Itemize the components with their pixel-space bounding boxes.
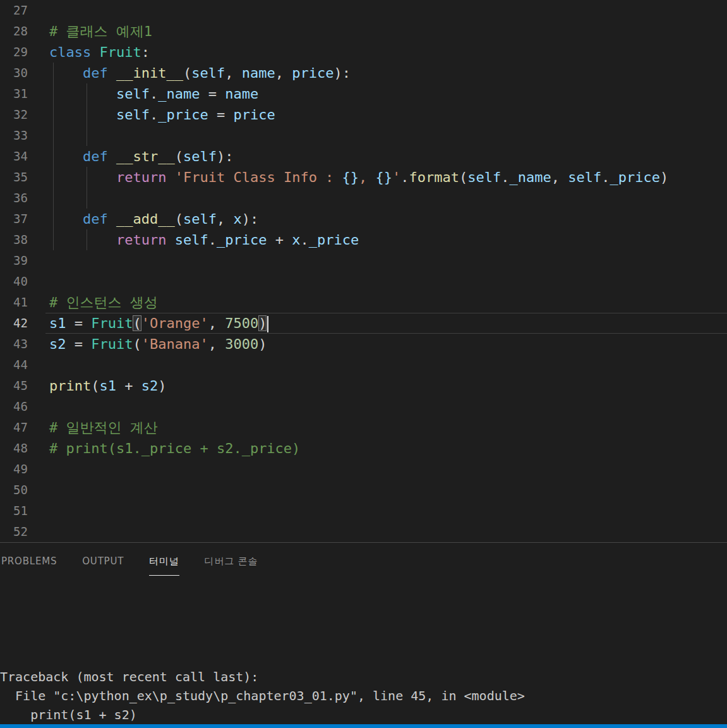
line-number[interactable]: 33 [0,125,28,146]
panel-tab-output[interactable]: OUTPUT [82,555,124,576]
line-number[interactable]: 43 [0,334,28,355]
code-line[interactable]: 45print(s1 + s2) [0,375,727,396]
line-number[interactable]: 47 [0,417,28,438]
code-line[interactable]: 27 [0,0,727,21]
token: ( [133,336,141,352]
token: = [200,86,225,102]
line-number[interactable]: 35 [0,167,28,188]
terminal-output: Traceback (most recent call last): File … [0,667,727,728]
code-line[interactable]: 29class Fruit: [0,42,727,63]
code-line[interactable]: 33 [0,125,727,146]
terminal-line: Traceback (most recent call last): [0,667,727,686]
token [49,86,116,102]
code-line[interactable]: 31 self._name = name [0,83,727,104]
token: + [116,378,141,394]
token: {} [342,169,359,185]
token: ( [459,169,467,185]
panel-tab-debug-console[interactable]: 디버그 콘솔 [205,555,258,576]
line-number[interactable]: 27 [0,0,28,21]
token: # 일반적인 계산 [49,420,158,435]
line-number[interactable]: 50 [0,480,28,500]
token: ) [258,336,267,352]
code-text: def __add__(self, x): [49,209,258,229]
code-line[interactable]: 30 def __init__(self, name, price): [0,63,727,83]
token: , [275,65,292,81]
line-number[interactable]: 51 [0,500,28,521]
code-line[interactable]: 44 [0,355,727,375]
code-line[interactable]: 47# 일반적인 계산 [0,417,727,438]
line-number[interactable]: 36 [0,188,28,209]
token: Fruit [99,44,141,60]
token: __init__ [116,65,183,81]
line-number[interactable]: 40 [0,271,28,292]
code-line[interactable]: 51 [0,500,727,521]
code-text: s1 = Fruit('Orange', 7500) [49,313,268,334]
token [49,169,116,185]
code-line[interactable]: 32 self._price = price [0,104,727,125]
token: name [242,65,275,81]
code-line[interactable]: 48# print(s1._price + s2._price) [0,438,727,459]
token: = [208,107,234,123]
line-number[interactable]: 28 [0,21,28,42]
code-line[interactable]: 35 return 'Fruit Class Info : {}, {}'.fo… [0,167,727,188]
token: = [66,336,92,352]
token: , [208,315,225,331]
code-editor[interactable]: 2728# 클래스 예제129class Fruit:30 def __init… [0,0,727,542]
panel-tab-problems[interactable]: PROBLEMS [1,555,57,576]
token: Fruit [91,315,133,331]
code-line[interactable]: 52 [0,521,727,542]
panel-tabs: PROBLEMSOUTPUT터미널디버그 콘솔 [0,543,727,576]
code-text: self._name = name [49,83,258,104]
indent-guide [53,188,54,209]
line-number[interactable]: 29 [0,42,28,63]
code-line[interactable]: 50 [0,480,727,500]
code-line[interactable]: 36 [0,188,727,209]
code-text: s2 = Fruit('Banana', 3000) [49,334,267,355]
token: ) [158,378,166,394]
code-line[interactable]: 39 [0,250,727,271]
code-line[interactable]: 42s1 = Fruit('Orange', 7500) [0,313,727,334]
code-line[interactable]: 38 return self._price + x._price [0,229,727,250]
line-number[interactable]: 45 [0,375,28,396]
line-number[interactable]: 30 [0,63,28,83]
panel-tab-terminal[interactable]: 터미널 [149,555,179,576]
code-line[interactable]: 49 [0,459,727,480]
indent-guide [87,188,87,209]
line-number[interactable]: 31 [0,83,28,104]
code-line[interactable]: 34 def __str__(self): [0,146,727,167]
token: ) [660,169,668,185]
line-number[interactable]: 41 [0,292,28,313]
token [49,232,116,248]
code-line[interactable]: 43s2 = Fruit('Banana', 3000) [0,334,727,355]
token: self [175,232,208,248]
line-number[interactable]: 42 [0,313,28,334]
line-number[interactable]: 46 [0,396,28,417]
line-number[interactable]: 49 [0,459,28,480]
line-number[interactable]: 39 [0,250,28,271]
token: . [300,232,308,248]
token: self [116,107,150,123]
token: , [225,65,242,81]
line-number[interactable]: 52 [0,521,28,542]
line-number[interactable]: 48 [0,438,28,459]
code-line[interactable]: 41# 인스턴스 생성 [0,292,727,313]
line-number[interactable]: 44 [0,355,28,375]
code-line[interactable]: 37 def __add__(self, x): [0,209,727,229]
token: s2 [141,378,159,394]
line-number[interactable]: 34 [0,146,28,167]
terminal[interactable]: Traceback (most recent call last): File … [0,629,727,728]
token [108,149,116,164]
token: . [501,169,509,185]
bottom-panel: PROBLEMSOUTPUT터미널디버그 콘솔 Traceback (most … [0,542,727,728]
token: ' [392,169,400,185]
indent-guide [87,125,87,146]
code-line[interactable]: 28# 클래스 예제1 [0,21,727,42]
code-line[interactable]: 46 [0,396,727,417]
line-number[interactable]: 37 [0,209,28,229]
token: 'Orange' [141,315,208,331]
token: 'Fruit Class Info : [175,169,342,185]
line-number[interactable]: 38 [0,229,28,250]
line-number[interactable]: 32 [0,104,28,125]
terminal-line: File "c:\python_ex\p_study\p_chapter03_0… [0,686,727,705]
code-line[interactable]: 40 [0,271,727,292]
